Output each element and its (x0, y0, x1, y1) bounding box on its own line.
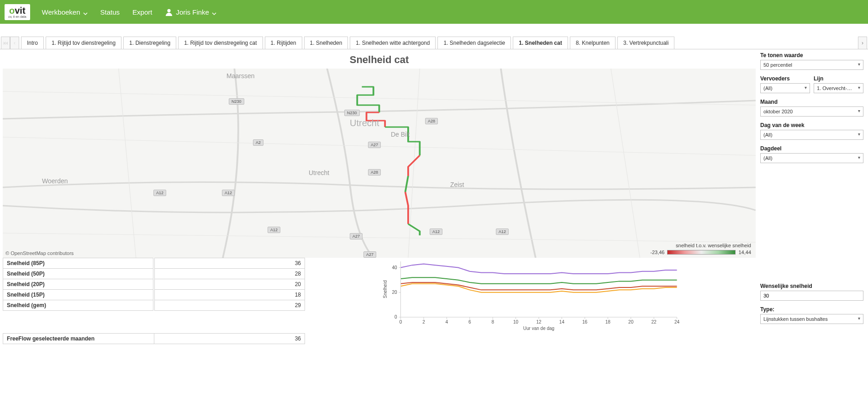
page-title: Snelheid cat (3, 54, 756, 66)
svg-text:8: 8 (491, 319, 494, 324)
legend-gradient (667, 250, 736, 255)
nav-user[interactable]: Joris Finke (165, 8, 216, 16)
chevron-down-icon (212, 10, 216, 14)
tab-1-rijtijd-tov-dienstregeling[interactable]: 1. Rijtijd tov dienstregeling (46, 37, 121, 49)
sheet-tabs: ⏮ ‹ Intro1. Rijtijd tov dienstregeling1.… (0, 37, 868, 49)
filter-label-dagdeel: Dagdeel (760, 145, 863, 152)
select-lijn[interactable]: 1. Overvecht-… (814, 83, 863, 93)
filter-label-te-tonen: Te tonen waarde (760, 52, 863, 58)
road-badge: N230 (344, 110, 360, 116)
road-badge: A28 (368, 169, 381, 175)
freeflow-value: 36 (154, 334, 305, 344)
select-type[interactable]: Lijnstukken tussen bushaltes (760, 314, 863, 324)
tab-1-dienstregeling[interactable]: 1. Dienstregeling (123, 37, 176, 49)
tab-scroll-first[interactable]: ⏮ (1, 37, 10, 49)
filter-label-wenselijke: Wenselijke snelheid (760, 283, 863, 289)
stat-value: 18 (155, 290, 305, 300)
input-wenselijke[interactable] (760, 291, 863, 301)
road-badge: A28 (425, 118, 438, 124)
tab-scroll-next[interactable]: › (858, 37, 867, 49)
stats-table-keys: Snelheid (85P)Snelheid (50P)Snelheid (20… (3, 258, 153, 332)
stat-value: 29 (155, 300, 305, 311)
tab-intro[interactable]: Intro (21, 37, 44, 49)
stat-label: Snelheid (20P) (3, 279, 153, 290)
svg-text:12: 12 (536, 319, 542, 324)
tab-1-snelheden-cat[interactable]: 1. Snelheden cat (513, 37, 568, 49)
tab-1-snelheden-witte-achtergond[interactable]: 1. Snelheden witte achtergond (350, 37, 436, 49)
freeflow-row: FreeFlow geselecteerde maanden 36 (3, 333, 305, 344)
svg-text:10: 10 (513, 319, 519, 324)
road-badge: A27 (368, 142, 381, 148)
stat-label: Snelheid (85P) (3, 258, 153, 269)
nav-werkboeken[interactable]: Werkboeken (42, 8, 88, 16)
stat-label: Snelheid (gem) (3, 300, 153, 311)
svg-point-0 (168, 9, 171, 12)
filter-label-maand: Maand (760, 99, 863, 105)
tab-scroll-prev[interactable]: ‹ (10, 37, 19, 49)
road-badge: A12 (153, 190, 166, 196)
tab-1-rijtijd-tov-dienstregeling-cat[interactable]: 1. Rijtijd tov dienstregeling cat (178, 37, 263, 49)
map-legend: snelheid t.o.v. wenselijke snelheid -23,… (650, 243, 751, 255)
nav-status[interactable]: Status (100, 8, 120, 16)
tab-3-vertrekpunctuali[interactable]: 3. Vertrekpunctuali (617, 37, 674, 49)
select-vervoeders[interactable]: (All) (760, 83, 810, 93)
tab-1-rijtijden[interactable]: 1. Rijtijden (265, 37, 302, 49)
select-maand[interactable]: oktober 2020 (760, 106, 863, 117)
logo-subtitle: ov, it en data (8, 15, 26, 18)
chevron-down-icon (83, 10, 88, 14)
svg-text:0: 0 (400, 319, 402, 324)
map-viz[interactable]: Maarssen Utrecht De Bilt Zeist Woerden U… (3, 69, 756, 258)
stat-value: 36 (155, 258, 305, 269)
road-badge: A12 (222, 190, 235, 196)
svg-text:4: 4 (446, 319, 448, 324)
hour-chart[interactable]: 02040024681012141618202224SnelheidUur va… (306, 258, 756, 332)
svg-text:20: 20 (628, 319, 634, 324)
filter-panel: Te tonen waarde 50 percentiel Vervoeders… (760, 52, 865, 349)
svg-text:0: 0 (395, 314, 397, 319)
tab-1-snelheden-dagselectie[interactable]: 1. Snelheden dagselectie (437, 37, 511, 49)
top-navbar: ovit ov, it en data Werkboeken Status Ex… (0, 0, 868, 24)
bottom-panels: Snelheid (85P)Snelheid (50P)Snelheid (20… (3, 258, 756, 344)
road-badge: A12 (430, 229, 442, 235)
stat-label: Snelheid (50P) (3, 269, 153, 279)
road-badge: N230 (229, 98, 244, 105)
road-badge: A2 (253, 139, 263, 146)
road-badge: A27 (350, 233, 363, 239)
svg-text:20: 20 (392, 290, 397, 295)
svg-text:24: 24 (674, 319, 680, 324)
stat-label: Snelheid (15P) (3, 290, 153, 300)
svg-text:2: 2 (422, 319, 425, 324)
user-icon (165, 8, 173, 16)
filter-label-lijn: Lijn (814, 75, 863, 82)
stat-value: 20 (155, 279, 305, 290)
tab-1-snelheden[interactable]: 1. Snelheden (304, 37, 348, 49)
road-badge: A12 (268, 227, 280, 233)
filter-label-vervoeders: Vervoeders (760, 75, 810, 82)
map-attribution: © OpenStreetMap contributors (5, 250, 74, 256)
svg-text:Snelheid: Snelheid (383, 281, 388, 298)
nav-export[interactable]: Export (132, 8, 152, 16)
filter-label-type: Type: (760, 306, 863, 313)
stat-value: 28 (155, 269, 305, 279)
svg-text:14: 14 (559, 319, 565, 324)
select-te-tonen[interactable]: 50 percentiel (760, 60, 863, 70)
freeflow-label: FreeFlow geselecteerde maanden (3, 334, 154, 344)
svg-text:16: 16 (582, 319, 588, 324)
select-dag[interactable]: (All) (760, 130, 863, 140)
svg-text:40: 40 (392, 265, 397, 270)
svg-text:22: 22 (652, 319, 657, 324)
svg-text:6: 6 (468, 319, 471, 324)
road-badge: A27 (363, 251, 376, 258)
tab-8-knelpunten[interactable]: 8. Knelpunten (570, 37, 615, 49)
svg-text:Uur van de dag: Uur van de dag (523, 326, 554, 331)
filter-label-dag: Dag van de week (760, 122, 863, 128)
svg-text:18: 18 (605, 319, 611, 324)
stats-table-vals: 3628201829 (154, 258, 305, 332)
select-dagdeel[interactable]: (All) (760, 153, 863, 163)
road-badge: A12 (496, 229, 509, 235)
logo[interactable]: ovit ov, it en data (5, 4, 30, 20)
